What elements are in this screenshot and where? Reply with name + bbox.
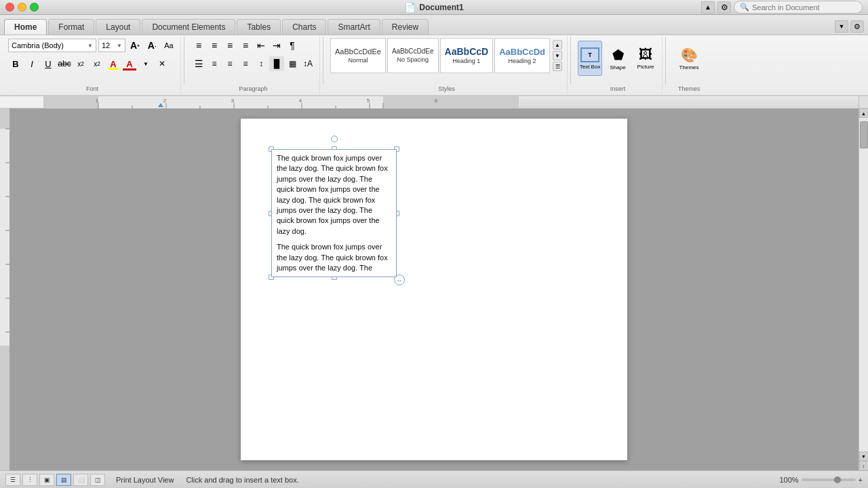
style-heading2[interactable]: AaBbCcDd Heading 2: [494, 38, 550, 73]
view-btn-0[interactable]: ☰: [5, 474, 20, 486]
tab-layout[interactable]: Layout: [96, 19, 140, 35]
subscript-button[interactable]: x2: [90, 56, 104, 71]
styles-scroll: ▲ ▼ ☰: [552, 38, 563, 73]
show-hide-marks-button[interactable]: ¶: [285, 38, 300, 53]
svg-rect-2: [98, 96, 383, 108]
scroll-bottom-button[interactable]: ↕: [859, 461, 869, 470]
numbering-button[interactable]: ≡: [207, 38, 222, 53]
decrease-font-button[interactable]: A-: [144, 38, 159, 53]
tab-review[interactable]: Review: [382, 19, 429, 35]
shape-button[interactable]: ⬟ Shape: [606, 41, 630, 76]
svg-rect-21: [0, 129, 9, 346]
tab-charts[interactable]: Charts: [282, 19, 326, 35]
view-btn-1[interactable]: ⋮: [22, 474, 37, 486]
tab-home[interactable]: Home: [4, 19, 47, 35]
scroll-track[interactable]: [859, 118, 868, 451]
tab-format[interactable]: Format: [48, 19, 94, 35]
ribbon-controls: ▼ ⚙: [835, 20, 864, 35]
style-h1-preview: AaBbCcD: [445, 47, 489, 56]
list-buttons: ≡ ≡ ≡ ≡ ⇤ ⇥ ¶: [191, 38, 300, 53]
shape-icon: ⬟: [612, 47, 624, 63]
themes-group-label: Themes: [678, 84, 701, 92]
horizontal-ruler: 1 2 3 4 5 6: [44, 96, 859, 108]
view-btn-4[interactable]: ⬜: [73, 474, 88, 486]
bullets-button[interactable]: ≡: [191, 38, 206, 53]
clear-format-button[interactable]: ✕: [155, 56, 170, 71]
minimize-button[interactable]: [18, 3, 26, 12]
top-right-controls: ▲ ⚙ 🔍: [701, 1, 863, 14]
increase-indent-button[interactable]: ⇥: [269, 38, 284, 53]
align-right-button[interactable]: ≡: [222, 56, 237, 71]
svg-text:5: 5: [367, 98, 370, 104]
textbox[interactable]: The quick brown fox jumps over the lazy …: [271, 149, 397, 277]
scroll-thumb[interactable]: [860, 121, 868, 148]
style-nospace[interactable]: AaBbCcDdEe No Spacing: [387, 38, 439, 73]
strikethrough-button[interactable]: abc: [57, 56, 72, 71]
styles-scroll-up[interactable]: ▲: [553, 40, 562, 49]
view-btn-3[interactable]: ▤: [56, 474, 71, 486]
style-h2-preview: AaBbCcDd: [499, 47, 545, 56]
shading-button[interactable]: █: [269, 56, 284, 71]
styles-scroll-down[interactable]: ▼: [553, 51, 562, 60]
close-button[interactable]: [5, 3, 14, 12]
font-format-row: B I U abc x2 x2 A A ▼ ✕: [8, 56, 170, 71]
align-center-button[interactable]: ≡: [207, 56, 222, 71]
view-btn-5[interactable]: ◫: [90, 474, 105, 486]
font-size-selector[interactable]: 12 ▼: [98, 39, 125, 52]
collapse-button[interactable]: ▲: [701, 1, 715, 14]
tab-smartart[interactable]: SmartArt: [328, 19, 380, 35]
maximize-button[interactable]: [30, 3, 39, 12]
change-case-button[interactable]: Aa: [161, 38, 176, 53]
page: ↔ The quick brown fox jumps over the laz…: [241, 119, 627, 460]
style-normal[interactable]: AaBbCcDdEe Normal: [330, 38, 386, 73]
zoom-slider[interactable]: [802, 479, 856, 481]
view-btn-2[interactable]: ▣: [39, 474, 54, 486]
styles-group-label: Styles: [438, 84, 455, 92]
overflow-handle-container[interactable]: ↔: [398, 276, 403, 284]
increase-font-button[interactable]: A+: [127, 38, 142, 53]
rotate-handle[interactable]: [331, 136, 338, 142]
ribbon-settings-button[interactable]: ⚙: [850, 20, 864, 33]
tab-tables[interactable]: Tables: [237, 19, 281, 35]
bold-button[interactable]: B: [8, 56, 23, 71]
style-normal-label: Normal: [348, 57, 368, 64]
ribbon-expand-button[interactable]: ▼: [835, 20, 848, 33]
textbox-button[interactable]: T Text Box: [578, 41, 602, 76]
superscript-button[interactable]: x2: [73, 56, 88, 71]
scroll-up-button[interactable]: ▲: [859, 108, 869, 118]
svg-text:1: 1: [96, 98, 99, 104]
paragraph-group-label: Paragraph: [239, 84, 267, 92]
textbox-container[interactable]: ↔ The quick brown fox jumps over the laz…: [271, 149, 397, 277]
align-left-button[interactable]: ☰: [191, 56, 206, 71]
borders-button[interactable]: ▦: [285, 56, 300, 71]
styles-group-content: AaBbCcDdEe Normal AaBbCcDdEe No Spacing …: [330, 38, 563, 84]
scroll-down-button[interactable]: ▼: [859, 451, 869, 461]
text-color-button[interactable]: A: [122, 56, 137, 71]
sort-button[interactable]: ↕A: [300, 56, 315, 71]
style-boxes: AaBbCcDdEe Normal AaBbCcDdEe No Spacing …: [330, 38, 550, 73]
style-heading1[interactable]: AaBbCcD Heading 1: [440, 38, 494, 73]
font-selectors: Cambria (Body) ▼ 12 ▼ A+ A- Aa: [8, 38, 176, 53]
decrease-indent-button[interactable]: ⇤: [254, 38, 269, 53]
right-scrollbar: ▲ ▼ ↕: [859, 108, 868, 470]
search-input[interactable]: [752, 3, 856, 12]
textbox-icon: T: [580, 47, 599, 62]
multilevel-list-button[interactable]: ≡: [238, 38, 253, 53]
settings-button[interactable]: ⚙: [717, 1, 731, 14]
italic-button[interactable]: I: [24, 56, 39, 71]
zoom-thumb[interactable]: [834, 476, 841, 483]
font-group-label: Font: [86, 84, 98, 92]
textbox-paragraph-2: The quick brown fox jumps over the lazy …: [277, 242, 391, 273]
text-highlight-button[interactable]: A: [106, 56, 121, 71]
document-icon: 📄: [404, 2, 416, 13]
underline-button[interactable]: U: [41, 56, 56, 71]
font-color-dropdown[interactable]: ▼: [138, 56, 153, 71]
line-spacing-button[interactable]: ↕: [254, 56, 269, 71]
picture-button[interactable]: 🖼 Picture: [633, 41, 658, 76]
themes-button[interactable]: 🎨 Themes: [677, 41, 701, 76]
styles-more[interactable]: ☰: [553, 62, 562, 71]
font-name-selector[interactable]: Cambria (Body) ▼: [8, 39, 96, 52]
outline-list-button[interactable]: ≡: [222, 38, 237, 53]
justify-button[interactable]: ≡: [238, 56, 253, 71]
tab-document-elements[interactable]: Document Elements: [142, 19, 235, 35]
